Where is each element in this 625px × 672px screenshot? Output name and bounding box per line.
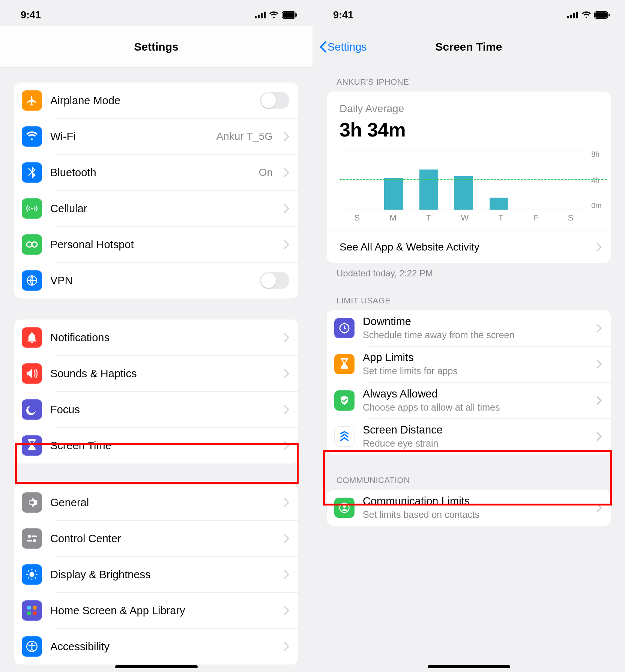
row-sounds-haptics[interactable]: Sounds & Haptics <box>14 356 298 392</box>
svg-point-11 <box>28 535 31 538</box>
chart-x-label: T <box>498 213 503 223</box>
row-control-center[interactable]: Control Center <box>14 520 298 556</box>
wifi-value: Ankur T_5G <box>216 130 273 142</box>
chevron-icon <box>284 240 289 249</box>
home-indicator[interactable] <box>428 665 510 668</box>
row-wifi[interactable]: Wi-Fi Ankur T_5G <box>14 118 298 154</box>
screen-distance-icon <box>334 426 355 447</box>
row-label: Display & Brightness <box>50 568 276 581</box>
status-indicators <box>567 11 610 19</box>
general-icon <box>22 492 42 513</box>
chevron-icon <box>284 441 289 450</box>
row-always-allowed[interactable]: Always Allowed Choose apps to allow at a… <box>327 382 611 418</box>
row-screen-time[interactable]: Screen Time <box>14 428 298 464</box>
svg-point-13 <box>33 539 36 542</box>
row-subtitle: Schedule time away from the screen <box>363 329 588 341</box>
home-indicator[interactable] <box>115 665 198 668</box>
app-limits-icon <box>334 354 355 374</box>
accessibility-icon <box>22 636 42 657</box>
row-personal-hotspot[interactable]: Personal Hotspot <box>14 226 298 262</box>
status-bar: 9:41 <box>0 0 312 26</box>
sounds-icon <box>22 363 42 384</box>
wifi-icon <box>269 11 279 19</box>
row-general[interactable]: General <box>14 484 298 520</box>
row-subtitle: Reduce eye strain <box>363 438 588 449</box>
svg-rect-0 <box>255 16 257 18</box>
row-vpn[interactable]: VPN <box>14 262 298 298</box>
svg-rect-5 <box>283 12 294 18</box>
status-time: 9:41 <box>21 9 41 21</box>
status-bar: 9:41 <box>312 0 625 26</box>
usage-chart[interactable]: avg 8h4h0m <box>327 150 611 210</box>
chart-bar <box>419 170 438 210</box>
row-label: Personal Hotspot <box>50 238 276 251</box>
settings-group-network: Airplane Mode Wi-Fi Ankur T_5G Bluetooth… <box>14 82 298 298</box>
chart-x-labels: SMTWTFS <box>327 210 611 231</box>
row-notifications[interactable]: Notifications <box>14 320 298 356</box>
svg-rect-1 <box>258 15 260 18</box>
daily-average-label: Daily Average <box>340 103 598 115</box>
row-home-screen[interactable]: Home Screen & App Library <box>14 592 298 628</box>
row-bluetooth[interactable]: Bluetooth On <box>14 154 298 190</box>
chevron-icon <box>284 333 289 342</box>
row-communication-limits[interactable]: Communication Limits Set limits based on… <box>327 490 611 526</box>
row-subtitle: Set time limits for apps <box>363 365 588 377</box>
row-label: VPN <box>50 274 252 287</box>
row-focus[interactable]: Focus <box>14 392 298 428</box>
screen-time-icon <box>22 435 42 456</box>
always-allowed-icon <box>334 390 355 411</box>
cellular-icon <box>567 12 578 18</box>
row-label: Screen Distance <box>363 424 588 436</box>
row-cellular[interactable]: Cellular <box>14 190 298 226</box>
row-label: Always Allowed <box>363 388 588 400</box>
notifications-icon <box>22 327 42 348</box>
svg-rect-27 <box>595 12 607 18</box>
svg-rect-12 <box>32 536 37 537</box>
svg-point-31 <box>343 505 346 508</box>
limit-usage-group: Downtime Schedule time away from the scr… <box>327 310 611 454</box>
display-icon <box>22 564 42 585</box>
chevron-left-icon <box>319 41 327 53</box>
home-screen-icon <box>22 600 42 621</box>
wifi-icon <box>581 11 591 19</box>
communication-group: Communication Limits Set limits based on… <box>327 490 611 526</box>
row-label: Airplane Mode <box>50 94 252 107</box>
row-accessibility[interactable]: Accessibility <box>14 628 298 664</box>
battery-icon <box>282 11 297 19</box>
svg-rect-19 <box>33 612 37 615</box>
see-all-activity-link[interactable]: See All App & Website Activity <box>327 231 611 263</box>
chart-x-label: M <box>389 213 396 223</box>
nav-header: Settings <box>0 26 312 68</box>
chart-x-label: W <box>461 213 469 223</box>
row-app-limits[interactable]: App Limits Set time limits for apps <box>327 346 611 382</box>
row-screen-distance[interactable]: Screen Distance Reduce eye strain <box>327 418 611 454</box>
hotspot-icon <box>22 234 42 255</box>
svg-rect-23 <box>570 15 572 18</box>
back-button[interactable]: Settings <box>312 41 367 53</box>
svg-rect-2 <box>261 13 263 18</box>
chevron-icon <box>284 606 289 615</box>
row-display-brightness[interactable]: Display & Brightness <box>14 556 298 592</box>
svg-point-9 <box>32 242 37 247</box>
limit-usage-header: LIMIT USAGE <box>327 286 611 310</box>
chart-bar <box>490 198 508 210</box>
airplane-toggle[interactable] <box>260 92 289 109</box>
row-airplane-mode[interactable]: Airplane Mode <box>14 82 298 118</box>
bluetooth-icon <box>22 162 42 183</box>
vpn-toggle[interactable] <box>260 272 289 289</box>
cellular-icon <box>255 12 266 18</box>
row-downtime[interactable]: Downtime Schedule time away from the scr… <box>327 310 611 346</box>
row-label: Notifications <box>50 332 276 344</box>
chart-bar <box>384 178 403 210</box>
airplane-icon <box>22 90 42 111</box>
settings-group-general: General Control Center Display & Brightn… <box>14 484 298 664</box>
chevron-icon <box>284 405 289 414</box>
chevron-icon <box>284 498 289 507</box>
usage-card: Daily Average 3h 34m avg 8h4h0m SMTWTFS … <box>327 92 611 263</box>
svg-rect-18 <box>27 612 31 615</box>
settings-group-notifications: Notifications Sounds & Haptics Focus Scr… <box>14 320 298 464</box>
svg-rect-22 <box>567 16 569 18</box>
chevron-icon <box>284 570 289 579</box>
row-label: Sounds & Haptics <box>50 368 276 380</box>
chevron-icon <box>596 503 602 512</box>
